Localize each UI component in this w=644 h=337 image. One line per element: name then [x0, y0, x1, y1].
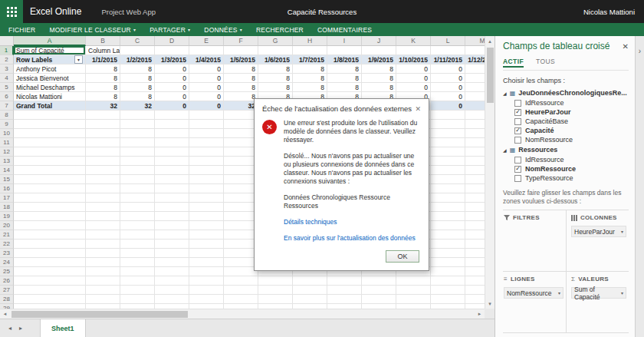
cell-L1[interactable]	[431, 46, 465, 55]
tab-actif[interactable]: ACTIF	[503, 58, 524, 68]
cell-D28[interactable]	[155, 295, 189, 304]
cell-E20[interactable]	[189, 221, 224, 230]
column-header-I[interactable]: I	[327, 36, 362, 46]
cell-L6[interactable]: 0	[431, 92, 465, 101]
cell-H26[interactable]	[293, 276, 327, 286]
cell-B11[interactable]	[86, 138, 120, 147]
column-header-L[interactable]: L	[431, 36, 465, 46]
cell-L24[interactable]	[431, 258, 465, 267]
cell-E24[interactable]	[189, 258, 224, 267]
cell-A6[interactable]: Nicolas Mattioni	[14, 92, 86, 101]
column-header-H[interactable]: H	[293, 36, 327, 46]
cell-C28[interactable]	[120, 295, 155, 304]
cell-F4[interactable]: 8	[224, 74, 258, 83]
cell-D16[interactable]	[155, 184, 189, 193]
cell-D20[interactable]	[155, 221, 189, 230]
cell-B14[interactable]	[86, 166, 120, 175]
cell-L18[interactable]	[431, 203, 465, 212]
cell-J1[interactable]	[362, 46, 396, 55]
field-item-idressource[interactable]: IdRessource	[503, 155, 629, 164]
cell-H1[interactable]	[293, 46, 327, 55]
cell-K27[interactable]	[396, 286, 431, 295]
cell-I2[interactable]: 1/8/2015	[327, 55, 362, 64]
column-header-M[interactable]: M	[465, 36, 485, 46]
cell-M20[interactable]	[465, 221, 485, 230]
cell-D17[interactable]	[155, 193, 189, 203]
cell-G26[interactable]	[258, 276, 293, 286]
cell-C25[interactable]	[120, 267, 155, 276]
row-header-22[interactable]: 22	[0, 240, 14, 249]
tab-nav-right-icon[interactable]: ▸	[15, 325, 26, 332]
field-item-heureparjour[interactable]: ✓HeureParJour	[503, 107, 629, 117]
cell-G27[interactable]	[258, 286, 293, 295]
cell-A19[interactable]	[14, 212, 86, 221]
cell-L28[interactable]	[431, 295, 465, 304]
cell-H3[interactable]: 8	[293, 64, 327, 74]
checkbox-checked-icon[interactable]: ✓	[514, 109, 521, 116]
cell-C19[interactable]	[120, 212, 155, 221]
row-header-9[interactable]: 9	[0, 120, 14, 129]
cell-E18[interactable]	[189, 203, 224, 212]
cell-G3[interactable]: 8	[258, 64, 293, 74]
checkbox-unchecked-icon[interactable]	[514, 118, 521, 125]
vertical-scroll-thumb[interactable]	[487, 48, 494, 103]
cell-D21[interactable]	[155, 230, 189, 240]
ok-button[interactable]: OK	[386, 250, 419, 263]
sheet-tab-sheet1[interactable]: Sheet1	[40, 319, 86, 337]
cell-L16[interactable]	[431, 184, 465, 193]
cell-D9[interactable]	[155, 120, 189, 129]
field-item-nomressource[interactable]: NomRessource	[503, 135, 629, 144]
column-header-C[interactable]: C	[120, 36, 155, 46]
panel-collapse-strip[interactable]: ›	[635, 36, 644, 337]
cell-M14[interactable]	[465, 166, 485, 175]
cell-F3[interactable]: 8	[224, 64, 258, 74]
filters-area[interactable]: FILTRES	[503, 210, 566, 272]
row-header-21[interactable]: 21	[0, 230, 14, 240]
row-header-12[interactable]: 12	[0, 147, 14, 157]
cell-M27[interactable]	[465, 286, 485, 295]
horizontal-scroll-thumb[interactable]	[12, 311, 188, 318]
column-header-G[interactable]: G	[258, 36, 293, 46]
cell-D23[interactable]	[155, 249, 189, 258]
cell-M9[interactable]	[465, 120, 485, 129]
cell-E5[interactable]: 0	[189, 83, 224, 92]
cell-D11[interactable]	[155, 138, 189, 147]
row-header-24[interactable]: 24	[0, 258, 14, 267]
cell-M7[interactable]	[465, 101, 485, 111]
cell-L14[interactable]	[431, 166, 465, 175]
field-item-nomressource[interactable]: ✓NomRessource	[503, 164, 629, 173]
cell-B10[interactable]	[86, 129, 120, 138]
scroll-left-icon[interactable]: ◂	[0, 309, 10, 319]
cell-K26[interactable]	[396, 276, 431, 286]
cell-L2[interactable]: 1/11/2015	[431, 55, 465, 64]
cell-L5[interactable]: 0	[431, 83, 465, 92]
cell-L17[interactable]	[431, 193, 465, 203]
cell-G4[interactable]: 8	[258, 74, 293, 83]
cell-M10[interactable]	[465, 129, 485, 138]
cell-B24[interactable]	[86, 258, 120, 267]
cell-C15[interactable]	[120, 175, 155, 184]
cell-M28[interactable]	[465, 295, 485, 304]
row-header-18[interactable]: 18	[0, 203, 14, 212]
row-header-8[interactable]: 8	[0, 111, 14, 120]
cell-E12[interactable]	[189, 147, 224, 157]
cell-C17[interactable]	[120, 193, 155, 203]
cell-C5[interactable]: 8	[120, 83, 155, 92]
select-all-corner[interactable]	[0, 36, 14, 46]
cell-B23[interactable]	[86, 249, 120, 258]
cell-M5[interactable]	[465, 83, 485, 92]
field-item-capacité[interactable]: ✓Capacité	[503, 126, 629, 135]
tab-nav-left-icon[interactable]: ◂	[5, 325, 15, 332]
row-header-23[interactable]: 23	[0, 249, 14, 258]
cell-A5[interactable]: Michael Deschamps	[14, 83, 86, 92]
cell-I27[interactable]	[327, 286, 362, 295]
row-header-3[interactable]: 3	[0, 64, 14, 74]
cell-E7[interactable]: 0	[189, 101, 224, 111]
cell-M13[interactable]	[465, 157, 485, 166]
cell-L9[interactable]	[431, 120, 465, 129]
field-chip-nomressource[interactable]: NomRessource ▾	[504, 287, 564, 299]
expand-triangle-icon[interactable]: ◢	[503, 91, 507, 96]
checkbox-checked-icon[interactable]: ✓	[514, 166, 521, 173]
cell-C20[interactable]	[120, 221, 155, 230]
cell-B21[interactable]	[86, 230, 120, 240]
